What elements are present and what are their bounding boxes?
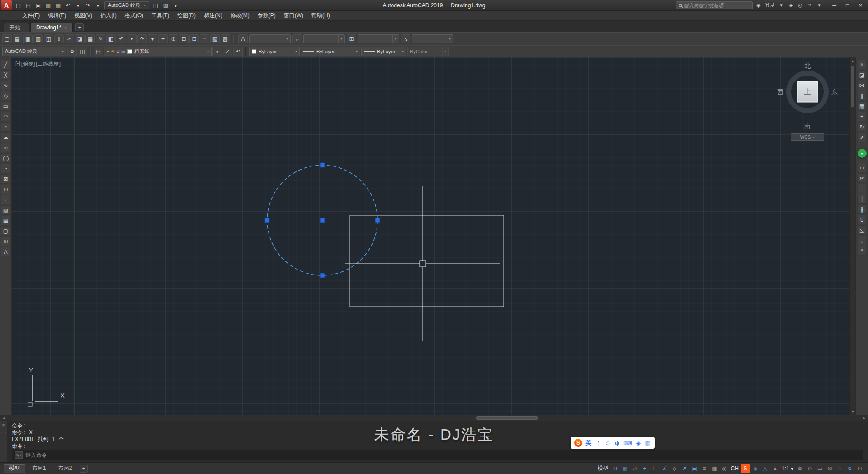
close-icon[interactable]: ✕ <box>2 423 5 427</box>
isodraft-icon[interactable]: ◇ <box>670 464 679 473</box>
scroll-up-icon[interactable]: ▲ <box>850 57 855 64</box>
viewcube-east-label[interactable]: 东 <box>831 88 838 96</box>
copy-icon[interactable]: ◪ <box>857 70 867 80</box>
menu-help[interactable]: 帮助(H) <box>307 11 334 20</box>
lineweight-display-icon[interactable]: ≡ <box>700 464 709 473</box>
erase-icon[interactable]: × <box>857 60 867 69</box>
ime-mode-toggle[interactable]: 英 <box>585 438 592 447</box>
sign-in-label[interactable]: 登录 <box>764 1 776 10</box>
insert-block-icon[interactable]: ⊠ <box>1 174 10 184</box>
fillet-icon[interactable]: ◟ <box>857 236 867 245</box>
stretch-icon[interactable]: ↦ <box>857 163 867 172</box>
layer-combo[interactable]: ●☀⊔▤ 粗实线 ▾ <box>104 47 212 56</box>
zoom-window-icon[interactable]: ⊞ <box>179 34 189 43</box>
help-search-box[interactable] <box>676 1 753 9</box>
recorder-floating-badge[interactable]: ● <box>858 149 867 158</box>
infer-constraints-icon[interactable]: ⊿ <box>630 464 640 473</box>
vscroll-thumb[interactable] <box>851 66 854 107</box>
plot-preview-icon[interactable]: ◫ <box>44 34 53 43</box>
transparency-icon[interactable]: ▩ <box>710 464 719 473</box>
viewport-view-control[interactable]: [俯视] <box>21 60 35 68</box>
menu-window[interactable]: 窗口(W) <box>280 11 307 20</box>
zoom-realtime-icon[interactable]: ⊕ <box>169 34 178 43</box>
help-caret[interactable]: ▾ <box>815 1 824 10</box>
app-store-icon[interactable]: ◈ <box>786 1 795 10</box>
exchange-apps-icon[interactable]: ◎ <box>796 1 805 10</box>
layer-off-icon[interactable]: ● <box>212 47 222 56</box>
multiline-text-icon[interactable]: A <box>1 247 10 256</box>
annotation-monitor-icon[interactable]: ⊙ <box>805 464 815 473</box>
graphics-performance-icon[interactable]: ↯ <box>845 464 854 473</box>
snap-toggle-icon[interactable]: ▦ <box>620 464 630 473</box>
ime-skin-icon[interactable]: ◈ <box>635 438 642 447</box>
scroll-left-icon[interactable]: ◄ <box>0 417 7 420</box>
model-tab[interactable]: 模型 <box>4 464 25 473</box>
revision-cloud-icon[interactable]: ☁ <box>1 133 10 142</box>
layer-properties-manager-icon[interactable]: ▤ <box>94 47 103 56</box>
ime-punctuation-toggle[interactable]: ' <box>595 438 601 447</box>
undo-caret[interactable]: ▾ <box>127 34 137 43</box>
region-icon[interactable]: ▢ <box>1 226 10 236</box>
lock-ui-icon[interactable]: ⊠ <box>825 464 835 473</box>
model-paper-toggle[interactable]: 模型 <box>596 464 610 473</box>
lineweight-combo[interactable]: ByLayer ▾ <box>361 47 406 56</box>
construction-line-icon[interactable]: ╳ <box>1 70 10 80</box>
break-icon[interactable]: ∦ <box>857 204 867 214</box>
trim-icon[interactable]: ✂ <box>857 173 867 183</box>
command-input[interactable]: ✎▾ 键入命令 <box>12 450 863 460</box>
style-icon[interactable]: A <box>238 34 248 43</box>
hscroll-thumb[interactable] <box>476 416 538 420</box>
new-layout-button[interactable]: + <box>80 465 88 473</box>
polar-tracking-icon[interactable]: ∠ <box>660 464 670 473</box>
object-snap-tracking-icon[interactable]: ↗ <box>680 464 689 473</box>
style-combo[interactable]: ▾ <box>358 34 399 43</box>
saveas-icon[interactable]: ▥ <box>43 1 53 10</box>
view-cube[interactable]: 北 西 上 东 南 WCS ▾ <box>781 62 834 142</box>
ime-voice-icon[interactable]: ψ <box>614 438 620 447</box>
mirror-icon[interactable]: ⋈ <box>857 81 867 90</box>
break-at-point-icon[interactable]: ┆ <box>857 194 867 204</box>
undo-icon[interactable]: ↶ <box>117 34 126 43</box>
menu-tools[interactable]: 工具(T) <box>147 11 173 20</box>
redo-icon[interactable]: ↷ <box>83 1 93 10</box>
gradient-icon[interactable]: ▦ <box>1 216 10 225</box>
menu-edit[interactable]: 编辑(E) <box>44 11 70 20</box>
rectangle-entity[interactable] <box>350 215 504 307</box>
grip-point[interactable] <box>375 218 380 223</box>
display-settings-icon[interactable]: ◫ <box>78 47 87 56</box>
dynamic-input-icon[interactable]: + <box>640 464 650 473</box>
recent-commands-icon[interactable]: ✎▾ <box>15 451 23 459</box>
offset-icon[interactable]: ∥ <box>857 91 867 100</box>
make-current-layer-icon[interactable]: ✓ <box>223 47 232 56</box>
join-icon[interactable]: ∪ <box>857 215 867 224</box>
grip-point[interactable] <box>320 163 325 167</box>
ortho-mode-icon[interactable]: ∟ <box>650 464 660 473</box>
model-space-canvas[interactable]: [-] [俯视] [二维线框] 北 西 上 东 南 WCS ▾ <box>12 57 849 415</box>
isolate-objects-icon[interactable]: ◌ <box>835 464 844 473</box>
horizontal-scrollbar[interactable]: ◄ ► <box>0 415 868 421</box>
rectangle-icon[interactable]: ▭ <box>1 101 10 111</box>
line-icon[interactable]: ╱ <box>1 60 10 69</box>
menu-modify[interactable]: 修改(M) <box>226 11 254 20</box>
grid-toggle-icon[interactable]: ⊞ <box>610 464 620 473</box>
qnew-icon[interactable]: ▢ <box>2 34 12 43</box>
block-editor-icon[interactable]: ◧ <box>106 34 116 43</box>
layer-previous-icon[interactable]: ↶ <box>233 47 243 56</box>
annotation-visibility-icon[interactable]: △ <box>760 464 770 473</box>
plot-icon[interactable]: ▦ <box>53 1 63 10</box>
open-icon[interactable]: ▤ <box>24 1 33 10</box>
make-block-icon[interactable]: ⊡ <box>1 185 10 194</box>
publish-icon[interactable]: ⇧ <box>54 34 64 43</box>
language-indicator[interactable]: CH <box>730 464 740 473</box>
layout2-tab[interactable]: 布局2 <box>53 464 78 473</box>
style-combo[interactable]: ▾ <box>249 34 291 43</box>
tool-palettes-icon[interactable]: ▨ <box>221 34 230 43</box>
qat-overflow-caret[interactable]: ▾ <box>171 1 180 10</box>
style-icon[interactable]: ↔ <box>292 34 302 43</box>
linetype-combo[interactable]: ByLayer ▾ <box>301 47 360 56</box>
annotation-scale-control[interactable]: 1:1 ▾ <box>780 464 795 473</box>
workspace-switch-icon[interactable]: ⚙ <box>795 464 805 473</box>
plot-icon[interactable]: ▥ <box>33 34 43 43</box>
file-tab-start[interactable]: 开始 <box>4 23 29 32</box>
polyline-icon[interactable]: ∿ <box>1 81 10 90</box>
